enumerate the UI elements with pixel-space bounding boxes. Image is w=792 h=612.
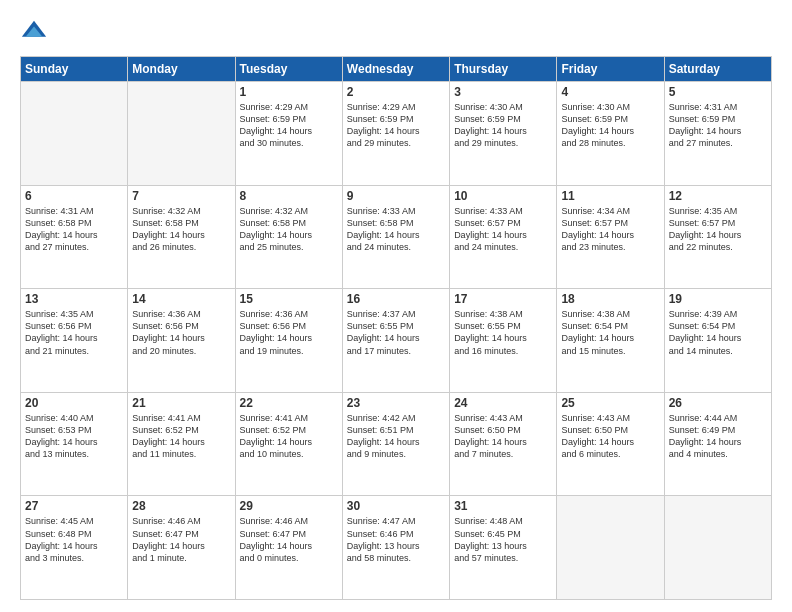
day-number: 6 [25,189,123,203]
day-number: 12 [669,189,767,203]
calendar-cell: 10Sunrise: 4:33 AM Sunset: 6:57 PM Dayli… [450,185,557,289]
calendar-body: 1Sunrise: 4:29 AM Sunset: 6:59 PM Daylig… [21,82,772,600]
day-number: 5 [669,85,767,99]
day-number: 28 [132,499,230,513]
calendar-cell: 26Sunrise: 4:44 AM Sunset: 6:49 PM Dayli… [664,392,771,496]
cell-info: Sunrise: 4:42 AM Sunset: 6:51 PM Dayligh… [347,412,445,461]
calendar-cell: 19Sunrise: 4:39 AM Sunset: 6:54 PM Dayli… [664,289,771,393]
calendar-cell: 11Sunrise: 4:34 AM Sunset: 6:57 PM Dayli… [557,185,664,289]
calendar-cell: 25Sunrise: 4:43 AM Sunset: 6:50 PM Dayli… [557,392,664,496]
cell-info: Sunrise: 4:35 AM Sunset: 6:57 PM Dayligh… [669,205,767,254]
calendar-cell: 5Sunrise: 4:31 AM Sunset: 6:59 PM Daylig… [664,82,771,186]
day-number: 3 [454,85,552,99]
calendar-cell: 16Sunrise: 4:37 AM Sunset: 6:55 PM Dayli… [342,289,449,393]
header-saturday: Saturday [664,57,771,82]
header-friday: Friday [557,57,664,82]
day-number: 14 [132,292,230,306]
week-row-3: 20Sunrise: 4:40 AM Sunset: 6:53 PM Dayli… [21,392,772,496]
day-number: 23 [347,396,445,410]
day-number: 30 [347,499,445,513]
header-wednesday: Wednesday [342,57,449,82]
calendar-cell: 7Sunrise: 4:32 AM Sunset: 6:58 PM Daylig… [128,185,235,289]
calendar-table: SundayMondayTuesdayWednesdayThursdayFrid… [20,56,772,600]
calendar-cell: 30Sunrise: 4:47 AM Sunset: 6:46 PM Dayli… [342,496,449,600]
header-monday: Monday [128,57,235,82]
cell-info: Sunrise: 4:36 AM Sunset: 6:56 PM Dayligh… [240,308,338,357]
cell-info: Sunrise: 4:29 AM Sunset: 6:59 PM Dayligh… [347,101,445,150]
cell-info: Sunrise: 4:43 AM Sunset: 6:50 PM Dayligh… [561,412,659,461]
cell-info: Sunrise: 4:47 AM Sunset: 6:46 PM Dayligh… [347,515,445,564]
calendar-cell [128,82,235,186]
day-number: 16 [347,292,445,306]
calendar-cell: 6Sunrise: 4:31 AM Sunset: 6:58 PM Daylig… [21,185,128,289]
cell-info: Sunrise: 4:33 AM Sunset: 6:57 PM Dayligh… [454,205,552,254]
calendar-cell: 8Sunrise: 4:32 AM Sunset: 6:58 PM Daylig… [235,185,342,289]
day-number: 22 [240,396,338,410]
cell-info: Sunrise: 4:46 AM Sunset: 6:47 PM Dayligh… [132,515,230,564]
calendar-cell: 18Sunrise: 4:38 AM Sunset: 6:54 PM Dayli… [557,289,664,393]
day-number: 8 [240,189,338,203]
header [20,18,772,46]
page: SundayMondayTuesdayWednesdayThursdayFrid… [0,0,792,612]
day-number: 11 [561,189,659,203]
header-row: SundayMondayTuesdayWednesdayThursdayFrid… [21,57,772,82]
calendar-cell: 20Sunrise: 4:40 AM Sunset: 6:53 PM Dayli… [21,392,128,496]
day-number: 24 [454,396,552,410]
calendar-cell [664,496,771,600]
calendar-header: SundayMondayTuesdayWednesdayThursdayFrid… [21,57,772,82]
calendar-cell: 14Sunrise: 4:36 AM Sunset: 6:56 PM Dayli… [128,289,235,393]
cell-info: Sunrise: 4:38 AM Sunset: 6:54 PM Dayligh… [561,308,659,357]
calendar-cell: 4Sunrise: 4:30 AM Sunset: 6:59 PM Daylig… [557,82,664,186]
day-number: 18 [561,292,659,306]
calendar-cell: 22Sunrise: 4:41 AM Sunset: 6:52 PM Dayli… [235,392,342,496]
cell-info: Sunrise: 4:32 AM Sunset: 6:58 PM Dayligh… [240,205,338,254]
cell-info: Sunrise: 4:36 AM Sunset: 6:56 PM Dayligh… [132,308,230,357]
day-number: 2 [347,85,445,99]
week-row-2: 13Sunrise: 4:35 AM Sunset: 6:56 PM Dayli… [21,289,772,393]
day-number: 29 [240,499,338,513]
day-number: 31 [454,499,552,513]
day-number: 17 [454,292,552,306]
header-tuesday: Tuesday [235,57,342,82]
calendar-cell: 12Sunrise: 4:35 AM Sunset: 6:57 PM Dayli… [664,185,771,289]
week-row-1: 6Sunrise: 4:31 AM Sunset: 6:58 PM Daylig… [21,185,772,289]
calendar-cell: 27Sunrise: 4:45 AM Sunset: 6:48 PM Dayli… [21,496,128,600]
cell-info: Sunrise: 4:44 AM Sunset: 6:49 PM Dayligh… [669,412,767,461]
day-number: 15 [240,292,338,306]
calendar-cell: 17Sunrise: 4:38 AM Sunset: 6:55 PM Dayli… [450,289,557,393]
day-number: 7 [132,189,230,203]
cell-info: Sunrise: 4:33 AM Sunset: 6:58 PM Dayligh… [347,205,445,254]
cell-info: Sunrise: 4:29 AM Sunset: 6:59 PM Dayligh… [240,101,338,150]
day-number: 26 [669,396,767,410]
calendar-cell: 3Sunrise: 4:30 AM Sunset: 6:59 PM Daylig… [450,82,557,186]
cell-info: Sunrise: 4:30 AM Sunset: 6:59 PM Dayligh… [454,101,552,150]
cell-info: Sunrise: 4:32 AM Sunset: 6:58 PM Dayligh… [132,205,230,254]
cell-info: Sunrise: 4:31 AM Sunset: 6:58 PM Dayligh… [25,205,123,254]
header-sunday: Sunday [21,57,128,82]
cell-info: Sunrise: 4:45 AM Sunset: 6:48 PM Dayligh… [25,515,123,564]
day-number: 1 [240,85,338,99]
cell-info: Sunrise: 4:39 AM Sunset: 6:54 PM Dayligh… [669,308,767,357]
day-number: 27 [25,499,123,513]
calendar-cell: 15Sunrise: 4:36 AM Sunset: 6:56 PM Dayli… [235,289,342,393]
calendar-cell: 1Sunrise: 4:29 AM Sunset: 6:59 PM Daylig… [235,82,342,186]
calendar-cell [557,496,664,600]
week-row-0: 1Sunrise: 4:29 AM Sunset: 6:59 PM Daylig… [21,82,772,186]
day-number: 25 [561,396,659,410]
cell-info: Sunrise: 4:41 AM Sunset: 6:52 PM Dayligh… [132,412,230,461]
cell-info: Sunrise: 4:38 AM Sunset: 6:55 PM Dayligh… [454,308,552,357]
cell-info: Sunrise: 4:48 AM Sunset: 6:45 PM Dayligh… [454,515,552,564]
calendar-cell [21,82,128,186]
cell-info: Sunrise: 4:43 AM Sunset: 6:50 PM Dayligh… [454,412,552,461]
day-number: 20 [25,396,123,410]
calendar-cell: 9Sunrise: 4:33 AM Sunset: 6:58 PM Daylig… [342,185,449,289]
calendar-cell: 31Sunrise: 4:48 AM Sunset: 6:45 PM Dayli… [450,496,557,600]
week-row-4: 27Sunrise: 4:45 AM Sunset: 6:48 PM Dayli… [21,496,772,600]
day-number: 4 [561,85,659,99]
header-thursday: Thursday [450,57,557,82]
calendar-cell: 21Sunrise: 4:41 AM Sunset: 6:52 PM Dayli… [128,392,235,496]
cell-info: Sunrise: 4:34 AM Sunset: 6:57 PM Dayligh… [561,205,659,254]
cell-info: Sunrise: 4:35 AM Sunset: 6:56 PM Dayligh… [25,308,123,357]
calendar-cell: 28Sunrise: 4:46 AM Sunset: 6:47 PM Dayli… [128,496,235,600]
calendar-cell: 29Sunrise: 4:46 AM Sunset: 6:47 PM Dayli… [235,496,342,600]
